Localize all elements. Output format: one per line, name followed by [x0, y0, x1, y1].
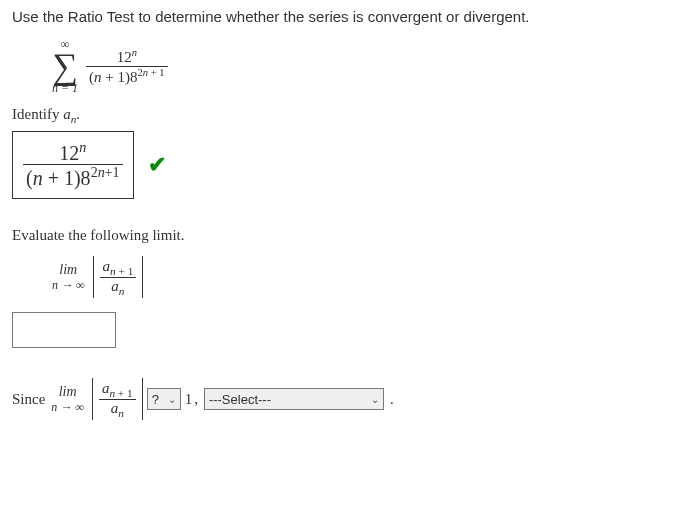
answer-row-an: 12n (n + 1)82n+1 ✔	[12, 131, 666, 199]
answer-box-an[interactable]: 12n (n + 1)82n+1	[12, 131, 134, 199]
limit-expression: lim n → ∞ an + 1 an	[52, 256, 666, 298]
lim-stack: lim n → ∞	[52, 262, 85, 293]
evaluate-label: Evaluate the following limit.	[12, 227, 666, 244]
sigma-symbol: ∑	[52, 52, 78, 81]
comma: ,	[194, 391, 198, 408]
since-ratio-numerator: an + 1	[99, 380, 136, 399]
series-fraction: 12n (n + 1)82n + 1	[86, 47, 167, 86]
since-lim-stack: lim n → ∞	[51, 384, 84, 415]
chevron-down-icon: ⌄	[168, 394, 176, 405]
ratio-numerator: an + 1	[100, 258, 137, 277]
checkmark-icon: ✔	[148, 152, 166, 178]
conclusion-row: Since lim n → ∞ an + 1 an ? ⌄ 1, ---Sele…	[12, 378, 666, 420]
ratio-denominator: an	[108, 278, 127, 297]
series-expression: ∞ ∑ n = 1 12n (n + 1)82n + 1	[52, 37, 666, 96]
chevron-down-icon: ⌄	[371, 394, 379, 405]
since-label: Since	[12, 391, 45, 408]
limit-answer-input[interactable]	[12, 312, 116, 348]
series-denominator: (n + 1)82n + 1	[86, 67, 167, 86]
series-numerator: 12n	[114, 47, 140, 66]
sigma-lower: n = 1	[52, 81, 78, 96]
since-ratio-denominator: an	[108, 400, 127, 419]
an-denominator: (n + 1)82n+1	[23, 165, 123, 190]
one-value: 1	[185, 391, 193, 408]
comparison-select[interactable]: ? ⌄	[147, 388, 181, 410]
conclusion-select[interactable]: ---Select--- ⌄	[204, 388, 384, 410]
sigma: ∞ ∑ n = 1	[52, 37, 78, 96]
an-numerator: 12n	[56, 140, 89, 165]
period: .	[390, 391, 394, 408]
identify-label: Identify an.	[12, 106, 666, 125]
problem-instruction: Use the Ratio Test to determine whether …	[12, 8, 666, 25]
